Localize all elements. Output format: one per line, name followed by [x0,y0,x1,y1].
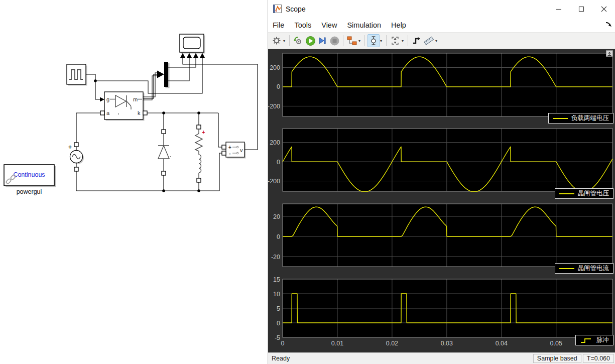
legend-pulse: 脉冲 [575,335,613,345]
menu-simulation[interactable]: Simulation [342,21,386,29]
legend-label: 晶闸管电压 [578,190,609,197]
measurements-button[interactable] [423,34,435,47]
legend-thyristor-current: 晶闸管电流 [555,263,614,274]
gear-arrow-icon [293,36,303,46]
toolbar-separator [364,35,365,46]
svg-text:0.02: 0.02 [386,340,398,347]
legend-label: 脉冲 [596,336,609,344]
ruler-icon [423,36,434,46]
svg-text:10: 10 [273,291,280,298]
toolbar-separator [386,35,387,46]
powergui-block[interactable]: Continuous powergui [4,165,56,195]
settings-button[interactable] [271,34,283,47]
legend-line-sample [553,118,568,119]
minimize-button[interactable] [547,0,570,18]
step-back-button[interactable] [292,34,304,47]
menu-help[interactable]: Help [386,21,411,29]
svg-text:0: 0 [277,83,280,90]
zoom-dropdown-caret[interactable]: ▾ [380,39,384,43]
svg-text:0.03: 0.03 [441,340,453,347]
svg-text:200: 200 [270,64,280,71]
scope-window-icon [273,5,282,13]
vm-plus-label: + [228,145,231,150]
screen: g a m k + [0,0,615,364]
highlight-block-button[interactable] [346,34,358,47]
legend-stair-sample [580,337,593,344]
svg-text:200: 200 [270,139,280,146]
svg-text:0.05: 0.05 [550,340,562,347]
maximize-button[interactable] [570,0,592,18]
legend-label: 晶闸管电流 [578,265,609,272]
trigger-button[interactable] [411,34,423,47]
vm-minus-label: - [229,150,231,156]
simulink-model-canvas[interactable]: g a m k + [0,0,268,364]
pulse-generator-block[interactable] [67,64,87,86]
expand-arrow-icon [607,51,612,56]
toolbar-separator [343,35,343,46]
blocks-icon [346,36,357,46]
legend-line-sample [559,193,574,194]
scope-window: Scope File Tools View Simulation Help [268,0,615,364]
toolbar-separator [408,35,408,46]
port-label-m: m [133,96,138,102]
stop-icon [329,36,340,46]
zoom-cursor-icon [368,36,379,46]
menu-tools[interactable]: Tools [289,21,316,29]
status-text: Ready [272,355,290,362]
close-button[interactable] [592,0,615,18]
title-bar[interactable]: Scope [268,0,615,18]
step-forward-button[interactable] [316,34,328,47]
menu-overflow-icon[interactable] [605,21,612,30]
diode-block[interactable] [158,130,171,175]
svg-text:-200: -200 [268,178,280,185]
expand-plot-button[interactable] [606,50,613,57]
legend-label: 负载两端电压 [571,114,609,122]
svg-text:0: 0 [277,320,280,327]
thyristor-block[interactable]: g a m k [100,92,147,121]
settings-dropdown-caret[interactable]: ▾ [283,39,287,43]
gear-icon [272,36,282,46]
svg-text:0: 0 [277,159,280,166]
branch-plus-label: + [202,129,205,135]
rlc-branch-block[interactable]: + [195,125,205,182]
svg-text:0: 0 [277,233,280,240]
sample-mode-indicator: Sample based [533,354,581,363]
voltage-measurement-block[interactable]: + - v [222,142,246,159]
port-label-k: k [138,110,141,116]
menu-file[interactable]: File [268,21,289,29]
menu-bar: File Tools View Simulation Help [268,18,615,32]
run-button[interactable] [304,34,316,47]
legend-load-voltage: 负载两端电压 [548,113,613,124]
port-label-a: a [106,110,110,116]
resistor-icon [195,129,202,155]
scale-axes-dropdown-caret[interactable]: ▾ [401,39,405,43]
menu-view[interactable]: View [316,21,342,29]
scope-block[interactable] [180,34,205,58]
trigger-icon [412,36,422,46]
play-icon [305,36,316,46]
svg-text:-200: -200 [268,103,280,110]
toolbar-separator [289,35,290,46]
zoom-button[interactable] [367,34,380,47]
svg-text:5: 5 [277,305,280,312]
powergui-mode-text: Continuous [13,171,45,178]
highlight-block-dropdown-caret[interactable]: ▾ [358,39,362,43]
toolbar: ▾ [268,32,615,49]
ac-voltage-source-block[interactable]: + [68,143,84,171]
sim-time-indicator: T=0.060 [583,354,614,363]
scope-screen-icon [183,37,200,49]
stop-button[interactable] [328,34,340,47]
scope-plot-area[interactable]: 2000-2002000-200200-20151050-500.010.020… [268,49,615,352]
svg-text:15: 15 [273,276,280,283]
vm-output-label: v [240,147,243,153]
svg-text:0.04: 0.04 [496,340,508,347]
port-label-g: g [106,96,109,102]
scale-axes-button[interactable] [389,34,401,47]
scale-axes-icon [390,36,400,46]
window-title: Scope [286,5,306,13]
status-bar: Ready Sample based T=0.060 [268,352,615,364]
demux-block[interactable] [164,62,170,88]
source-plus-label: + [68,144,72,151]
measurements-dropdown-caret[interactable]: ▾ [435,39,439,43]
legend-line-sample [559,268,574,269]
